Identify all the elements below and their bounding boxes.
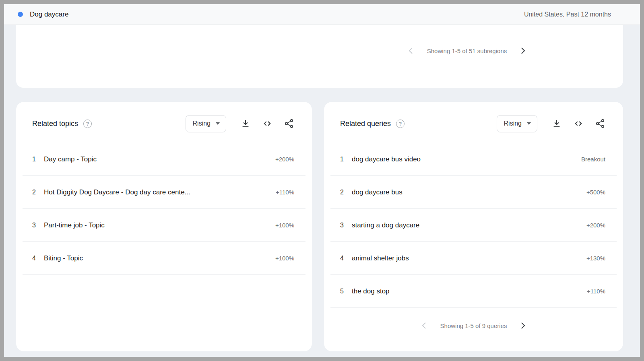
query-row[interactable]: 4 animal shelter jobs +130% — [330, 242, 617, 275]
row-rank: 5 — [340, 288, 352, 295]
query-link[interactable]: animal shelter jobs — [352, 254, 586, 262]
subregions-pagination: Showing 1-5 of 51 subregions — [318, 38, 616, 56]
topic-link[interactable]: Part-time job - Topic — [44, 221, 275, 229]
row-change-value: +500% — [586, 189, 605, 196]
topic-link[interactable]: Day camp - Topic — [44, 155, 275, 163]
prev-page-icon[interactable] — [405, 45, 417, 56]
row-change-value: +200% — [275, 156, 294, 163]
related-queries-list: 1 dog daycare bus video Breakout 2 dog d… — [330, 143, 617, 308]
region-timerange-label: United States, Past 12 months — [524, 11, 611, 18]
chevron-down-icon — [527, 122, 531, 125]
row-change-value: +200% — [586, 222, 605, 229]
related-topics-title: Related topics — [32, 120, 78, 128]
row-rank: 1 — [32, 156, 44, 163]
row-rank: 4 — [340, 255, 352, 262]
related-topics-list: 1 Day camp - Topic +200% 2 Hot Diggity D… — [23, 143, 305, 275]
row-change-value: +100% — [275, 222, 294, 229]
row-rank: 1 — [340, 156, 352, 163]
topic-row[interactable]: 1 Day camp - Topic +200% — [23, 143, 305, 176]
row-rank: 4 — [32, 255, 44, 262]
download-icon[interactable] — [240, 118, 251, 129]
trends-page: Dog daycare United States, Past 12 month… — [0, 0, 644, 361]
queries-sort-dropdown[interactable]: Rising — [497, 115, 537, 132]
query-row[interactable]: 3 starting a dog daycare +200% — [330, 209, 617, 242]
row-rank: 2 — [340, 189, 352, 196]
topic-row[interactable]: 3 Part-time job - Topic +100% — [23, 209, 305, 242]
share-icon[interactable] — [595, 118, 605, 129]
row-rank: 3 — [32, 222, 44, 229]
row-rank: 2 — [32, 189, 44, 196]
search-term-bar: Dog daycare United States, Past 12 month… — [4, 4, 640, 25]
row-change-value: +110% — [587, 288, 605, 295]
row-change-value: +130% — [586, 255, 605, 262]
query-link[interactable]: starting a dog daycare — [352, 221, 586, 229]
queries-pagination: Showing 1-5 of 9 queries — [324, 308, 623, 331]
subregions-card: Showing 1-5 of 51 subregions — [16, 25, 623, 88]
help-icon[interactable]: ? — [83, 120, 92, 128]
prev-page-icon[interactable] — [419, 320, 430, 331]
related-topics-card: Related topics ? Rising — [16, 102, 312, 351]
help-icon[interactable]: ? — [396, 120, 405, 128]
topics-sort-dropdown[interactable]: Rising — [186, 115, 226, 132]
share-icon[interactable] — [284, 118, 294, 129]
query-link[interactable]: dog daycare bus video — [352, 155, 581, 163]
query-link[interactable]: the dog stop — [352, 287, 587, 295]
topic-link[interactable]: Biting - Topic — [44, 254, 275, 262]
next-page-icon[interactable] — [517, 45, 528, 56]
term-color-dot-icon — [18, 12, 23, 17]
next-page-icon[interactable] — [517, 320, 528, 331]
query-row[interactable]: 5 the dog stop +110% — [330, 275, 617, 308]
download-icon[interactable] — [551, 118, 562, 129]
queries-pagination-label: Showing 1-5 of 9 queries — [440, 322, 507, 329]
embed-code-icon[interactable] — [262, 118, 273, 129]
topic-row[interactable]: 4 Biting - Topic +100% — [23, 242, 305, 275]
topics-sort-value: Rising — [193, 120, 211, 127]
row-change-value: Breakout — [581, 156, 605, 163]
query-row[interactable]: 1 dog daycare bus video Breakout — [330, 143, 617, 176]
embed-code-icon[interactable] — [573, 118, 584, 129]
query-link[interactable]: dog daycare bus — [352, 188, 586, 196]
query-row[interactable]: 2 dog daycare bus +500% — [330, 176, 617, 209]
topic-row[interactable]: 2 Hot Diggity Dog Daycare - Dog day care… — [23, 176, 305, 209]
subregions-pagination-label: Showing 1-5 of 51 subregions — [427, 47, 507, 54]
related-queries-title: Related queries — [340, 120, 391, 128]
chevron-down-icon — [216, 122, 220, 125]
related-queries-card: Related queries ? Rising — [324, 102, 623, 351]
row-rank: 3 — [340, 222, 352, 229]
topic-link[interactable]: Hot Diggity Dog Daycare - Dog day care c… — [44, 188, 276, 196]
row-change-value: +110% — [276, 189, 294, 196]
row-change-value: +100% — [275, 255, 294, 262]
search-term: Dog daycare — [30, 10, 68, 19]
queries-sort-value: Rising — [504, 120, 522, 127]
